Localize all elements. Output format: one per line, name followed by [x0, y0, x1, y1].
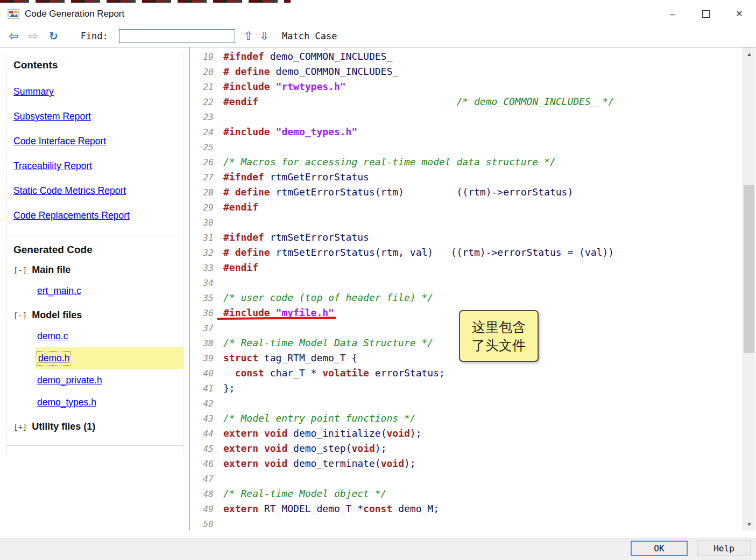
code-panel: 19#ifndef demo_COMMON_INCLUDES_20# defin…: [189, 47, 755, 530]
line-number: 24: [194, 125, 214, 140]
code-line: 48/* Real-time Model object */: [194, 486, 743, 501]
code-line: 44extern void demo_initialize(void);: [194, 426, 743, 441]
match-case-toggle[interactable]: Match Case: [282, 31, 337, 41]
line-number: 27: [194, 170, 214, 185]
code-line: 19#ifndef demo_COMMON_INCLUDES_: [194, 49, 743, 64]
line-number: 31: [194, 230, 214, 246]
find-previous-icon[interactable]: ⇧: [244, 30, 253, 42]
line-number: 38: [194, 336, 214, 351]
line-number: 33: [194, 261, 214, 276]
code-line: 40 const char_T * volatile errorStatus;: [194, 366, 743, 381]
contents-link[interactable]: Subsystem Report: [13, 111, 183, 122]
tree-item: ert_main.c: [37, 280, 183, 302]
tree-toggle-icon[interactable]: [-]: [13, 266, 27, 275]
find-input[interactable]: [119, 29, 235, 43]
tree-item-link[interactable]: demo.c: [37, 331, 68, 342]
find-label: Find:: [81, 31, 108, 41]
code-line: 20# define demo_COMMON_INCLUDES_: [194, 64, 743, 79]
code-line: 26/* Macros for accessing real-time mode…: [194, 155, 743, 170]
tree-item-link[interactable]: demo_private.h: [37, 375, 102, 386]
code-lines: 19#ifndef demo_COMMON_INCLUDES_20# defin…: [190, 47, 743, 530]
code-line: 33#endif: [194, 260, 743, 275]
tree-group-header: [-]Model files: [13, 310, 183, 321]
line-number: 25: [194, 140, 214, 155]
annotation-callout: 这里包含 了头文件: [459, 310, 539, 362]
contents-heading: Contents: [13, 59, 183, 71]
contents-link[interactable]: Traceability Report: [13, 160, 183, 172]
vertical-scrollbar[interactable]: ▲ ▼: [743, 47, 755, 530]
scroll-up-icon[interactable]: ▲: [743, 48, 755, 59]
forward-icon[interactable]: ⇨: [28, 30, 38, 42]
line-number: 50: [194, 517, 214, 530]
tree-item-link[interactable]: ert_main.c: [37, 285, 81, 297]
tree-group-label: Model files: [32, 310, 82, 321]
maximize-button[interactable]: [689, 3, 723, 25]
line-number: 37: [194, 321, 214, 336]
line-number: 19: [194, 50, 214, 65]
code-line: 31#ifndef rtmSetErrorStatus: [194, 230, 743, 245]
window-controls: – ✕: [656, 3, 756, 25]
footer-bar: OK Help: [0, 538, 756, 560]
find-next-icon[interactable]: ⇩: [259, 30, 269, 42]
tree-group-label: Utility files (1): [32, 421, 95, 432]
back-icon[interactable]: ⇦: [9, 30, 18, 42]
report-app-icon: [8, 9, 19, 19]
tree-item: demo_types.h: [37, 391, 183, 414]
line-number: 48: [194, 487, 214, 502]
code-line: 30: [194, 215, 743, 230]
tree-toggle-icon[interactable]: [-]: [13, 311, 27, 320]
ok-button[interactable]: OK: [631, 541, 688, 556]
help-button[interactable]: Help: [697, 541, 751, 556]
close-button[interactable]: ✕: [723, 3, 756, 25]
line-number: 45: [194, 442, 214, 457]
scroll-down-icon[interactable]: ▼: [743, 519, 755, 529]
code-line: 35/* user code (top of header file) */: [194, 290, 743, 305]
code-line: 46extern void demo_terminate(void);: [194, 456, 743, 471]
line-number: 34: [194, 276, 214, 291]
title-bar: Code Generation Report – ✕: [0, 3, 756, 25]
close-icon: ✕: [736, 9, 743, 19]
contents-link[interactable]: Code Replacements Report: [13, 210, 183, 221]
code-line: 47: [194, 471, 743, 486]
minimize-button[interactable]: –: [656, 3, 689, 25]
tree-item-link[interactable]: demo.h: [38, 353, 69, 364]
contents-link[interactable]: Summary: [13, 86, 183, 97]
sidebar-divider: [7, 235, 183, 235]
code-line: 41};: [194, 381, 743, 396]
tree-item-link[interactable]: demo_types.h: [37, 397, 96, 408]
line-number: 22: [194, 95, 214, 110]
line-number: 29: [194, 200, 214, 215]
contents-link[interactable]: Static Code Metrics Report: [13, 185, 183, 197]
code-line: 42: [194, 396, 743, 411]
line-number: 44: [194, 426, 214, 442]
line-number: 26: [194, 155, 214, 170]
line-number: 21: [194, 80, 214, 95]
sidebar: Contents SummarySubsystem ReportCode Int…: [6, 53, 184, 456]
minimize-icon: –: [670, 11, 675, 17]
line-number: 36: [194, 306, 214, 321]
line-number: 32: [194, 246, 214, 261]
scrollbar-thumb[interactable]: [744, 185, 754, 353]
line-number: 49: [194, 502, 214, 517]
code-line: 28# define rtmGetErrorStatus(rtm) ((rtm)…: [194, 185, 743, 200]
generated-code-heading: Generated Code: [13, 244, 183, 256]
contents-link[interactable]: Code Interface Report: [13, 136, 183, 147]
line-number: 28: [194, 185, 214, 200]
toolbar: ⇦ ⇨ ↻ Find: ⇧ ⇩ Match Case: [0, 25, 756, 47]
tree-item: demo.c: [37, 325, 183, 347]
code-line: 27#ifndef rtmGetErrorStatus: [194, 170, 743, 185]
code-line: 34: [194, 275, 743, 290]
file-tree: [-]Main fileert_main.c[-]Model filesdemo…: [7, 264, 183, 432]
line-number: 23: [194, 110, 214, 125]
maximize-icon: [702, 10, 710, 18]
refresh-icon[interactable]: ↻: [49, 30, 58, 42]
code-line: 49extern RT_MODEL_demo_T *const demo_M;: [194, 501, 743, 516]
tree-toggle-icon[interactable]: [+]: [13, 423, 27, 431]
annotation-text-line2: 了头文件: [472, 336, 526, 354]
code-line: 24#include "demo_types.h": [194, 124, 743, 139]
window-title: Code Generation Report: [25, 9, 124, 19]
code-line: 43/* Model entry point functions */: [194, 411, 743, 426]
line-number: 42: [194, 396, 214, 411]
code-line: 21#include "rtwtypes.h": [194, 79, 743, 94]
code-line: 50: [194, 516, 743, 530]
